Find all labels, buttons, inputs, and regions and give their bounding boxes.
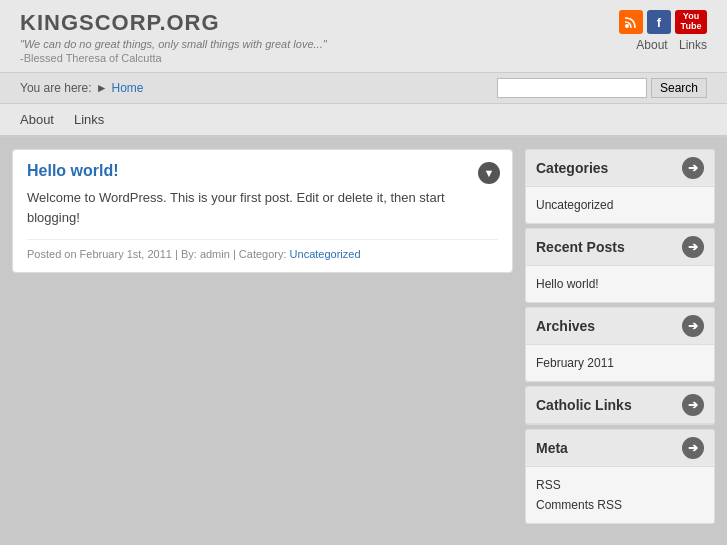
widget-item-meta-1[interactable]: Comments RSS <box>536 495 704 515</box>
widget-item-categories-0: Uncategorized <box>536 195 704 215</box>
widget-arrow-catholic-links[interactable]: ➔ <box>682 394 704 416</box>
widget-item-recent-posts-0[interactable]: Hello world! <box>536 274 704 294</box>
nav-about[interactable]: About <box>20 110 54 129</box>
site-header: KINGSCORP.ORG "We can do no great things… <box>0 0 727 73</box>
site-title: KINGSCORP.ORG <box>20 10 327 36</box>
post-meta: Posted on February 1st, 2011 | By: admin… <box>27 239 498 260</box>
post-category-link[interactable]: Uncategorized <box>290 248 361 260</box>
widget-title-categories: Categories <box>536 160 608 176</box>
breadcrumb: You are here: ► Home <box>20 81 144 95</box>
header-left: KINGSCORP.ORG "We can do no great things… <box>20 10 327 64</box>
about-link[interactable]: About <box>636 38 667 52</box>
breadcrumb-prefix: You are here: <box>20 81 92 95</box>
breadcrumb-home[interactable]: Home <box>112 81 144 95</box>
widget-header-recent-posts: Recent Posts➔ <box>526 229 714 266</box>
search-button[interactable]: Search <box>651 78 707 98</box>
widget-header-meta: Meta➔ <box>526 430 714 467</box>
widget-title-archives: Archives <box>536 318 595 334</box>
social-icons: f YouTube <box>619 10 707 34</box>
search-form: Search <box>497 78 707 98</box>
widget-catholic-links: Catholic Links➔ <box>525 386 715 425</box>
site-author: -Blessed Theresa of Calcutta <box>20 52 327 64</box>
rss-icon[interactable] <box>619 10 643 34</box>
widget-header-archives: Archives➔ <box>526 308 714 345</box>
left-col: Hello world! ▼ Welcome to WordPress. Thi… <box>12 149 513 524</box>
post-body: Welcome to WordPress. This is your first… <box>27 188 498 227</box>
breadcrumb-bar: You are here: ► Home Search <box>0 73 727 104</box>
widget-categories: Categories➔Uncategorized <box>525 149 715 224</box>
links-link[interactable]: Links <box>679 38 707 52</box>
widget-title-catholic-links: Catholic Links <box>536 397 632 413</box>
post-date: February 1st, 2011 <box>80 248 172 260</box>
widget-meta: Meta➔RSSComments RSS <box>525 429 715 524</box>
svg-point-0 <box>625 24 629 28</box>
widget-arrow-archives[interactable]: ➔ <box>682 315 704 337</box>
search-input[interactable] <box>497 78 647 98</box>
nav-links[interactable]: Links <box>74 110 104 129</box>
right-sidebar: Categories➔UncategorizedRecent Posts➔Hel… <box>525 149 715 524</box>
widget-arrow-meta[interactable]: ➔ <box>682 437 704 459</box>
widget-title-meta: Meta <box>536 440 568 456</box>
widget-body-meta: RSSComments RSS <box>526 467 714 523</box>
post-by: By: admin <box>181 248 230 260</box>
widget-body-categories: Uncategorized <box>526 187 714 223</box>
breadcrumb-arrow: ► <box>96 81 108 95</box>
facebook-icon[interactable]: f <box>647 10 671 34</box>
widget-header-categories: Categories➔ <box>526 150 714 187</box>
widget-recent-posts: Recent Posts➔Hello world! <box>525 228 715 303</box>
widget-body-recent-posts: Hello world! <box>526 266 714 302</box>
widget-arrow-categories[interactable]: ➔ <box>682 157 704 179</box>
widget-title-recent-posts: Recent Posts <box>536 239 625 255</box>
widget-item-meta-0[interactable]: RSS <box>536 475 704 495</box>
widget-item-archives-0[interactable]: February 2011 <box>536 353 704 373</box>
post-date-prefix: Posted on <box>27 248 77 260</box>
post-card: Hello world! ▼ Welcome to WordPress. Thi… <box>12 149 513 273</box>
widget-body-archives: February 2011 <box>526 345 714 381</box>
widget-arrow-recent-posts[interactable]: ➔ <box>682 236 704 258</box>
header-nav: About Links <box>628 38 707 52</box>
post-toggle[interactable]: ▼ <box>478 162 500 184</box>
site-tagline: "We can do no great things, only small t… <box>20 38 327 50</box>
widget-archives: Archives➔February 2011 <box>525 307 715 382</box>
post-title[interactable]: Hello world! <box>27 162 498 180</box>
youtube-icon[interactable]: YouTube <box>675 10 707 34</box>
header-right: f YouTube About Links <box>619 10 707 52</box>
widget-header-catholic-links: Catholic Links➔ <box>526 387 714 424</box>
nav-bar: About Links <box>0 104 727 137</box>
main-content: Hello world! ▼ Welcome to WordPress. Thi… <box>0 137 727 536</box>
post-category-label: Category: <box>239 248 287 260</box>
